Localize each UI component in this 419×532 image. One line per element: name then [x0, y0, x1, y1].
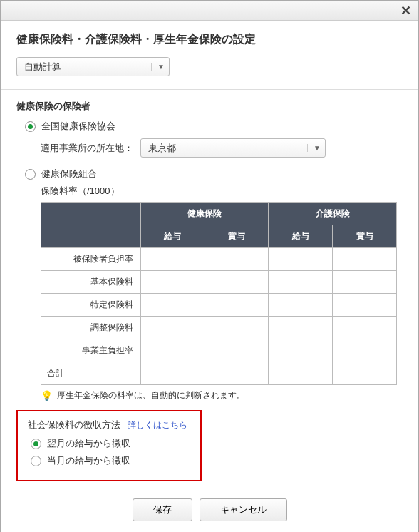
insurer-section-title: 健康保険の保険者 — [16, 100, 403, 113]
table-row: 合計 — [41, 362, 397, 385]
radio-checked-icon — [25, 121, 36, 132]
location-label: 適用事業所の所在地： — [41, 142, 133, 155]
table-row: 事業主負担率 — [41, 339, 397, 362]
divider — [1, 89, 418, 90]
cancel-button[interactable]: キャンセル — [200, 498, 287, 521]
table-row: 被保険者負担率 — [41, 248, 397, 271]
save-button[interactable]: 保存 — [133, 498, 192, 521]
collection-option-this-label: 当月の給与から徴収 — [47, 454, 130, 467]
chevron-down-icon: ▼ — [151, 63, 165, 71]
col-salary: 給与 — [269, 225, 333, 248]
col-salary: 給与 — [140, 225, 205, 248]
titlebar: ✕ — [1, 1, 418, 21]
col-bonus: 賞与 — [205, 225, 269, 248]
pension-note-text: 厚生年金保険の料率は、自動的に判断されます。 — [57, 389, 245, 401]
location-row: 適用事業所の所在地： 東京都 ▼ — [41, 138, 403, 158]
button-row: 保存 キャンセル — [16, 491, 403, 532]
insurer-option-kumiai-label: 健康保険組合 — [41, 168, 97, 180]
radio-checked-icon — [31, 439, 41, 449]
location-value: 東京都 — [148, 142, 301, 155]
collection-option-this[interactable]: 当月の給与から徴収 — [31, 454, 190, 467]
lightbulb-icon: 💡 — [41, 390, 53, 401]
radio-unchecked-icon — [25, 169, 36, 180]
details-link[interactable]: 詳しくはこちら — [128, 419, 187, 431]
table-row: 特定保険料 — [41, 294, 397, 317]
chevron-down-icon: ▼ — [307, 144, 321, 152]
table-row: 調整保険料 — [41, 317, 397, 339]
col-health: 健康保険 — [140, 203, 269, 225]
table-row: 基本保険料 — [41, 271, 397, 294]
dialog-content: 健康保険料・介護保険料・厚生年金保険の設定 自動計算 ▼ 健康保険の保険者 全国… — [1, 21, 418, 532]
close-icon[interactable]: ✕ — [398, 3, 414, 19]
insurer-option-kumiai[interactable]: 健康保険組合 — [25, 168, 403, 180]
insurer-option-kyokai-label: 全国健康保険協会 — [41, 120, 115, 133]
location-select[interactable]: 東京都 ▼ — [140, 138, 326, 158]
col-care: 介護保険 — [269, 203, 397, 225]
pension-note: 💡 厚生年金保険の料率は、自動的に判断されます。 — [41, 389, 403, 401]
rate-table: 健康保険 介護保険 給与 賞与 給与 賞与 被保険者負担率 基本保険料 特定保険… — [41, 202, 397, 385]
collection-method-box: 社会保険料の徴収方法 詳しくはこちら 翌月の給与から徴収 当月の給与から徴収 — [16, 410, 202, 481]
rate-table-label: 保険料率（/1000） — [41, 185, 403, 198]
calc-mode-value: 自動計算 — [24, 61, 145, 73]
radio-unchecked-icon — [31, 456, 41, 466]
collection-option-next[interactable]: 翌月の給与から徴収 — [31, 437, 190, 450]
insurer-option-kyokai[interactable]: 全国健康保険協会 — [25, 120, 403, 133]
settings-dialog: ✕ 健康保険料・介護保険料・厚生年金保険の設定 自動計算 ▼ 健康保険の保険者 … — [0, 0, 419, 532]
dialog-title: 健康保険料・介護保険料・厚生年金保険の設定 — [16, 32, 403, 47]
calc-mode-select[interactable]: 自動計算 ▼ — [16, 57, 170, 76]
col-bonus: 賞与 — [333, 225, 397, 248]
collection-title: 社会保険料の徴収方法 — [28, 419, 120, 431]
collection-option-next-label: 翌月の給与から徴収 — [47, 437, 130, 450]
